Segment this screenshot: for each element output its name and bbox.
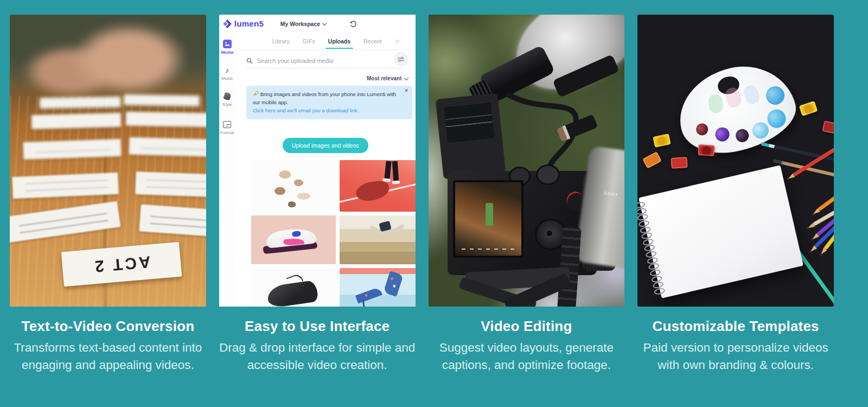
feature-description: Drag & drop interface for simple and acc…: [215, 339, 420, 374]
workspace-label: My Workspace: [280, 21, 320, 27]
workspace-dropdown[interactable]: My Workspace: [280, 21, 326, 27]
sidebar-item-style[interactable]: Style: [219, 92, 239, 107]
feature-description: Suggest video layouts, generate captions…: [424, 339, 629, 374]
media-thumbnail[interactable]: [251, 268, 336, 307]
upload-images-videos-button[interactable]: Upload images and videos: [283, 138, 368, 153]
search-icon: [246, 58, 253, 64]
spiral-notebook: [639, 165, 803, 298]
media-tabs: Library GIFs Uploads Recent ☆: [235, 33, 416, 50]
tab-gifs[interactable]: GIFs: [303, 34, 315, 49]
feature-caption: Text-to-Video Conversion Transforms text…: [0, 318, 216, 374]
sidebar-label: Format: [220, 130, 234, 135]
feature-title: Video Editing: [419, 318, 635, 335]
feature-title: Customizable Templates: [628, 318, 844, 335]
media-thumbnail[interactable]: [251, 215, 336, 264]
feature-description: Transforms text-based content into engag…: [5, 339, 210, 374]
sidebar-label: Music: [221, 76, 233, 81]
feature-customizable-templates: Customizable Templates Paid version to p…: [637, 15, 834, 374]
banner-text: Bring images and videos from your phone …: [253, 91, 396, 105]
feature-video-editing: SONY Video Editing Suggest video layouts…: [429, 15, 625, 374]
paper-slip: [124, 94, 200, 106]
camera-lcd-screen: [453, 180, 524, 258]
lumen5-screenshot: lumen5 My Workspace: [219, 15, 416, 307]
features-section: ACT 2 Text-to-Video Conversion Transform…: [0, 0, 868, 374]
media-thumbnail[interactable]: [340, 215, 416, 264]
mobile-app-banner: Bring images and videos from your phone …: [246, 86, 412, 119]
undo-button[interactable]: [349, 20, 357, 29]
camera-dial: [536, 164, 560, 185]
tab-library[interactable]: Library: [272, 34, 290, 49]
favorites-tab-star-icon[interactable]: ☆: [394, 38, 400, 45]
feature-caption: Easy to Use Interface Drag & drop interf…: [209, 318, 425, 374]
paint-well: [714, 126, 731, 143]
chevron-down-icon: [404, 75, 408, 80]
paper-slip: [135, 171, 206, 198]
feature-caption: Video Editing Suggest video layouts, gen…: [419, 318, 635, 374]
sidebar-item-music[interactable]: ♪ Music: [219, 66, 239, 81]
lumen5-logo: lumen5: [223, 19, 264, 28]
watercolor-pan: [642, 151, 662, 169]
filter-icon: [398, 56, 404, 62]
paper-slip: [129, 137, 206, 157]
watercolor-pan: [671, 157, 688, 169]
paint-well: [764, 84, 787, 106]
tab-recent[interactable]: Recent: [363, 34, 381, 49]
feature-title: Text-to-Video Conversion: [0, 318, 216, 335]
watercolor-pan: [653, 133, 671, 148]
style-icon: [219, 92, 239, 101]
camera-viewfinder-unit: [435, 93, 506, 179]
feature-description: Paid version to personalize videos with …: [633, 339, 838, 374]
format-icon: [219, 120, 239, 129]
sort-dropdown[interactable]: Most relevant: [367, 75, 407, 81]
paper-slip: [31, 113, 122, 129]
undo-icon: [349, 20, 357, 27]
media-thumbnail[interactable]: [251, 160, 336, 212]
search-input[interactable]: Search your uploaded media: [246, 54, 404, 68]
music-icon: ♪: [219, 66, 239, 75]
feature-title: Easy to Use Interface: [209, 318, 425, 335]
paper-slip: [40, 97, 121, 109]
filter-button[interactable]: [394, 52, 408, 66]
feature-easy-interface: lumen5 My Workspace: [219, 15, 416, 374]
video-editing-photo: SONY: [429, 15, 625, 307]
lumen5-sidebar: Media ♪ Music Style Format: [219, 33, 235, 307]
sort-label: Most relevant: [367, 75, 401, 81]
paint-well: [695, 122, 710, 137]
watercolor-pan: [698, 144, 715, 156]
paper-slip: [126, 112, 206, 128]
paint-well: [735, 128, 750, 143]
media-thumbnail[interactable]: [340, 160, 416, 212]
sidebar-label: Media: [221, 50, 233, 55]
banner-close-button[interactable]: ×: [404, 87, 408, 94]
watercolor-pan: [822, 120, 834, 135]
upload-button-row: Upload images and videos: [235, 138, 416, 153]
sidebar-label: Style: [222, 102, 232, 107]
paint-brush: [761, 142, 834, 163]
banner-download-link[interactable]: Click here and we'll email you a downloa…: [253, 107, 401, 115]
paper-slip: [12, 173, 119, 199]
chevron-down-icon: [322, 21, 327, 26]
templates-photo: [637, 15, 834, 307]
paint-well: [765, 107, 788, 130]
tab-uploads[interactable]: Uploads: [328, 34, 350, 49]
watercolor-pan: [799, 101, 818, 116]
paint-well: [751, 120, 770, 140]
feature-caption: Customizable Templates Paid version to p…: [628, 318, 844, 374]
sidebar-item-format[interactable]: Format: [219, 120, 239, 135]
party-popper-icon: [253, 91, 259, 97]
lumen5-logo-icon: [223, 20, 232, 28]
colored-pencil: [818, 181, 834, 212]
uploaded-media-grid: [251, 160, 416, 307]
lumen5-header: lumen5 My Workspace: [219, 15, 416, 33]
text-to-video-photo: ACT 2: [10, 15, 206, 307]
spiral-binding: [637, 201, 666, 295]
feature-text-to-video: ACT 2 Text-to-Video Conversion Transform…: [10, 15, 206, 374]
lumen5-logo-text: lumen5: [234, 19, 264, 28]
features-page: { "page": { "background": "#2a99a2" }, "…: [0, 0, 868, 407]
act2-label: ACT 2: [92, 252, 151, 276]
paper-slip: [23, 139, 121, 160]
search-placeholder: Search your uploaded media: [257, 58, 334, 64]
media-thumbnail[interactable]: [340, 268, 416, 307]
